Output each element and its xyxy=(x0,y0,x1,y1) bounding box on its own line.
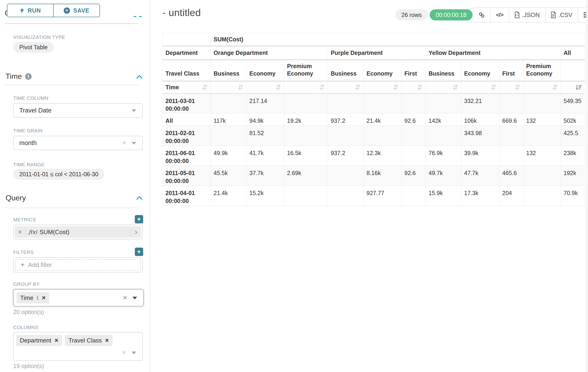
sort-up-down-icon[interactable]: ⇵ xyxy=(238,84,243,91)
pivot-value-cell: 45.5k xyxy=(211,166,247,186)
pivot-value-cell xyxy=(211,94,247,114)
pivot-value-cell xyxy=(328,166,364,186)
add-filter-plus-button[interactable]: + xyxy=(135,248,143,256)
pivot-value-cell xyxy=(284,94,328,114)
time-range-pill[interactable]: 2011-01-01 ≤ col < 2011-06-30 xyxy=(13,169,104,180)
info-circle-icon[interactable]: i xyxy=(25,73,32,80)
sort-header-cell: ⇵ xyxy=(247,81,284,94)
pivot-value-cell: 204 xyxy=(499,186,523,206)
pivot-value-cell xyxy=(523,126,561,146)
fx-icon: ƒ(x) xyxy=(29,229,37,235)
columns-chip[interactable]: Department × xyxy=(16,335,62,346)
remove-chip-icon[interactable]: × xyxy=(105,337,109,344)
sort-up-down-icon[interactable]: ⇵ xyxy=(355,84,361,91)
travel-class-header: Economy xyxy=(461,60,499,81)
travel-class-header: Business xyxy=(328,60,364,81)
chart-title[interactable]: - untitled xyxy=(162,7,201,18)
pivot-value-cell xyxy=(328,126,364,146)
clear-icon[interactable]: × xyxy=(122,139,126,147)
remove-chip-icon[interactable]: × xyxy=(42,295,46,301)
pivot-value-cell: 19.2k xyxy=(284,114,328,126)
pivot-value-cell: 332.21 xyxy=(461,94,499,114)
sort-descending-icon[interactable] xyxy=(575,84,582,91)
time-header-cell: Time⇵ xyxy=(163,81,211,94)
time-row-label: 2011-03-01 00:00:00 xyxy=(163,94,211,114)
columns-select[interactable]: Department × Travel Class × × xyxy=(13,332,143,361)
embed-code-button[interactable]: </> xyxy=(490,8,509,22)
sort-up-down-icon[interactable]: ⇵ xyxy=(393,84,399,91)
scrollbar-track[interactable] xyxy=(586,0,588,372)
pivot-value-cell xyxy=(523,166,561,186)
sort-header-cell: ⇵ xyxy=(499,81,523,94)
add-filter-button[interactable]: + Add filter xyxy=(15,259,141,271)
pivot-value-cell: 47.7k xyxy=(461,166,499,186)
run-button[interactable]: RUN xyxy=(7,4,54,17)
pivot-value-cell xyxy=(402,126,426,146)
sort-up-down-icon[interactable]: ⇵ xyxy=(552,84,558,91)
time-grain-select[interactable]: month × xyxy=(13,136,143,150)
sort-up-down-icon[interactable]: ⇵ xyxy=(491,84,496,91)
metrics-label: METRICS xyxy=(13,217,36,223)
group-by-chip-label: Time xyxy=(20,294,33,302)
explore-control-panel: Chart Type RUN + SAVE VISUALIZATION TYPE… xyxy=(0,0,150,372)
sort-up-down-icon[interactable]: ⇵ xyxy=(275,84,281,91)
group-by-chip[interactable]: Time i × xyxy=(17,292,49,303)
metric-pill[interactable]: × ƒ(x) SUM(Cost) › xyxy=(15,226,141,238)
remove-chip-icon[interactable]: × xyxy=(55,337,58,344)
pivot-value-cell: 92.6 xyxy=(402,166,426,186)
query-timer-badge: 00:00:00.18 xyxy=(430,9,472,21)
sort-up-down-icon[interactable]: ⇵ xyxy=(202,84,208,91)
lightning-bolt-icon xyxy=(20,7,24,14)
export-csv-button[interactable]: .CSV xyxy=(545,8,578,22)
clear-icon[interactable]: × xyxy=(122,349,126,356)
code-icon: </> xyxy=(496,12,504,18)
sort-up-down-icon[interactable]: ⇵ xyxy=(319,84,325,91)
visualization-type-pill[interactable]: Pivot Table xyxy=(13,42,54,53)
time-column-value: Travel Date xyxy=(19,107,52,114)
pivot-value-cell: 15.9k xyxy=(426,186,461,206)
add-metric-button[interactable]: + xyxy=(135,215,143,223)
pivot-value-cell: 49.7k xyxy=(426,166,461,186)
travel-class-header: Business xyxy=(426,60,461,81)
save-button-label: SAVE xyxy=(73,7,89,14)
pivot-value-cell: 70.9k xyxy=(561,186,585,206)
metric-main: ƒ(x) SUM(Cost) xyxy=(26,229,130,236)
save-button[interactable]: + SAVE xyxy=(54,4,99,17)
pivot-value-cell xyxy=(402,94,426,114)
export-json-button[interactable]: .JSON xyxy=(509,8,545,22)
time-row-label: All xyxy=(163,114,211,126)
pivot-value-cell: 192k xyxy=(561,166,585,186)
chevron-up-icon[interactable] xyxy=(136,196,143,200)
time-row-label: 2011-02-01 00:00:00 xyxy=(163,126,211,146)
sort-up-down-icon[interactable]: ⇵ xyxy=(514,84,520,91)
remove-metric-icon[interactable]: × xyxy=(15,229,26,236)
pivot-value-cell xyxy=(402,146,426,166)
sort-header-cell: ⇵ xyxy=(426,81,461,94)
sort-up-down-icon[interactable]: ⇵ xyxy=(417,84,423,91)
chart-actions-toolbar: </> .JSON .CSV xyxy=(473,7,588,22)
chevron-up-icon[interactable] xyxy=(136,74,143,79)
row-count-badge: 26 rows xyxy=(396,9,428,21)
section-divider xyxy=(5,23,138,24)
pivot-value-cell: 15.2k xyxy=(247,186,284,206)
columns-chip[interactable]: Travel Class × xyxy=(65,335,113,346)
sort-up-down-icon[interactable]: ⇵ xyxy=(452,84,458,91)
time-column-select[interactable]: Travel Date xyxy=(13,103,143,118)
share-link-button[interactable] xyxy=(473,8,490,22)
run-save-button-group: RUN + SAVE xyxy=(7,4,100,17)
pivot-value-cell xyxy=(499,146,523,166)
clear-icon[interactable]: × xyxy=(123,294,127,301)
pivot-value-cell: 343.98 xyxy=(461,126,499,146)
info-icon[interactable]: i xyxy=(37,295,39,301)
metric-name: SUM(Cost) xyxy=(40,229,70,236)
pivot-data-row: 2011-05-01 00:00:0045.5k37.7k2.69k8.16k9… xyxy=(163,166,585,186)
visualization-type-label: VISUALIZATION TYPE xyxy=(13,34,65,40)
chevron-right-icon[interactable]: › xyxy=(130,228,141,236)
pivot-value-cell xyxy=(211,126,247,146)
group-by-select[interactable]: Time i × × xyxy=(13,289,144,307)
pivot-value-cell: 549.35 xyxy=(561,94,585,114)
plus-icon: + xyxy=(21,261,24,268)
run-button-label: RUN xyxy=(28,7,41,14)
pivot-value-cell: 17.3k xyxy=(461,186,499,206)
pivot-value-cell: 8.16k xyxy=(364,166,402,186)
